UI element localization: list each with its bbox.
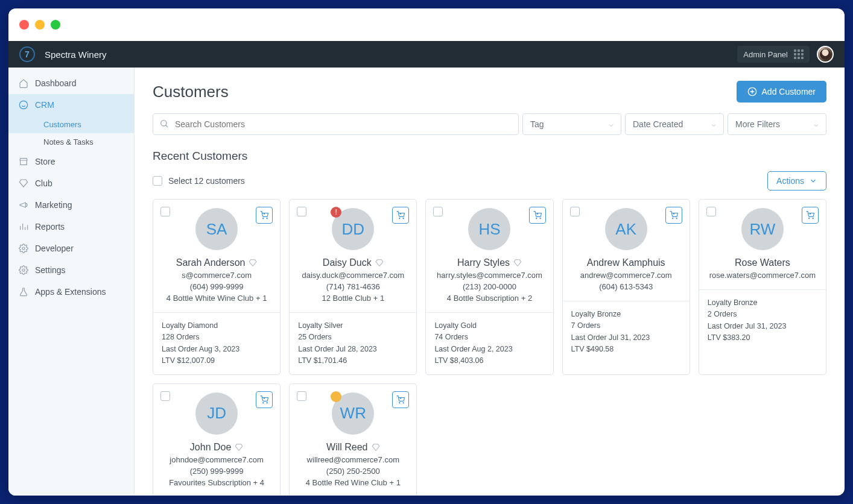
customer-card[interactable]: WR Will Reed willreed@commerce7.com(250)… bbox=[289, 383, 417, 496]
customer-card[interactable]: JD John Doe johndoe@commerce7.com(250) 9… bbox=[153, 383, 281, 496]
customer-avatar: AK bbox=[605, 208, 647, 250]
actions-button[interactable]: Actions bbox=[767, 171, 826, 191]
smile-icon bbox=[18, 99, 29, 110]
select-all-checkbox[interactable] bbox=[153, 176, 162, 186]
customer-card[interactable]: !DD Daisy Duck daisy.duck@commerce7.com(… bbox=[289, 199, 417, 375]
customer-checkbox[interactable] bbox=[706, 207, 716, 216]
add-customer-button[interactable]: Add Customer bbox=[737, 81, 826, 102]
main-content: Customers Add Customer Tag bbox=[135, 68, 845, 496]
sidebar-item-apps-extensions[interactable]: Apps & Extensions bbox=[8, 281, 134, 303]
select-all[interactable]: Select 12 customers bbox=[153, 176, 245, 186]
customer-checkbox[interactable] bbox=[297, 207, 306, 216]
svg-point-6 bbox=[267, 218, 267, 219]
svg-point-8 bbox=[403, 218, 404, 219]
svg-point-4 bbox=[161, 121, 166, 126]
home-icon bbox=[18, 78, 29, 89]
chevron-down-icon bbox=[607, 122, 615, 129]
customer-avatar: JD bbox=[195, 392, 238, 435]
svg-point-11 bbox=[672, 218, 673, 219]
megaphone-icon bbox=[18, 200, 29, 210]
svg-point-17 bbox=[399, 402, 400, 403]
customer-checkbox[interactable] bbox=[160, 207, 170, 216]
customer-stat-line: Loyalty Silver bbox=[298, 320, 408, 332]
sidebar-sub-label: Notes & Tasks bbox=[43, 137, 94, 146]
add-to-cart-button[interactable] bbox=[665, 207, 682, 224]
chevron-down-icon bbox=[809, 177, 817, 185]
customer-checkbox[interactable] bbox=[160, 391, 170, 401]
svg-point-2 bbox=[22, 269, 25, 271]
customer-card[interactable]: RW Rose Waters rose.waters@commerce7.com… bbox=[699, 199, 826, 375]
filter-tag[interactable]: Tag bbox=[522, 113, 621, 135]
user-avatar[interactable] bbox=[817, 46, 834, 63]
add-to-cart-button[interactable] bbox=[256, 207, 273, 224]
customer-info-line: (604) 999-9999 bbox=[160, 282, 273, 291]
customer-checkbox[interactable] bbox=[297, 391, 306, 401]
customer-stat-line: Loyalty Bronze bbox=[571, 309, 681, 320]
bars-icon bbox=[18, 221, 29, 232]
add-to-cart-button[interactable] bbox=[392, 391, 409, 408]
customer-checkbox[interactable] bbox=[570, 207, 580, 216]
customer-info-line: willreed@commerce7.com bbox=[297, 455, 409, 464]
gear-icon bbox=[18, 265, 29, 276]
recent-customers-title: Recent Customers bbox=[153, 150, 826, 163]
customer-info-line: johndoe@commerce7.com bbox=[160, 455, 273, 464]
customer-stat-line: Loyalty Bronze bbox=[708, 297, 817, 309]
sidebar-item-label: Club bbox=[35, 178, 52, 188]
add-to-cart-button[interactable] bbox=[529, 207, 546, 224]
sidebar-item-reports[interactable]: Reports bbox=[8, 216, 134, 238]
brand-logo[interactable]: 7 bbox=[19, 46, 35, 62]
page-title: Customers bbox=[153, 83, 229, 101]
filter-more[interactable]: More Filters bbox=[728, 113, 826, 135]
svg-point-9 bbox=[536, 218, 536, 219]
diamond-icon bbox=[375, 259, 384, 267]
sidebar-item-club[interactable]: Club bbox=[8, 172, 134, 194]
sidebar-item-crm[interactable]: CRM bbox=[8, 94, 134, 116]
customer-info-line: (714) 781-4636 bbox=[297, 282, 409, 291]
maximize-dot[interactable] bbox=[51, 20, 60, 30]
close-dot[interactable] bbox=[19, 20, 29, 30]
customer-initials: DD bbox=[342, 220, 365, 239]
customer-card[interactable]: HS Harry Styles harry.styles@commerce7.c… bbox=[425, 199, 553, 375]
sidebar-item-settings[interactable]: Settings bbox=[8, 259, 134, 281]
sidebar-item-marketing[interactable]: Marketing bbox=[8, 194, 134, 216]
customer-stats: Loyalty Diamond128 OrdersLast Order Aug … bbox=[153, 312, 280, 374]
customer-checkbox[interactable] bbox=[433, 207, 443, 216]
filter-date[interactable]: Date Created bbox=[625, 113, 724, 135]
chevron-down-icon bbox=[710, 122, 717, 129]
sidebar-item-dashboard[interactable]: Dashboard bbox=[8, 72, 134, 94]
gear-icon bbox=[18, 243, 29, 254]
search-input[interactable] bbox=[153, 113, 519, 135]
customer-info-line: harry.styles@commerce7.com bbox=[433, 271, 545, 280]
sidebar-item-developer[interactable]: Developer bbox=[8, 238, 134, 259]
sidebar-item-store[interactable]: Store bbox=[8, 151, 134, 172]
add-to-cart-button[interactable] bbox=[392, 207, 409, 224]
add-to-cart-button[interactable] bbox=[256, 391, 273, 408]
customer-info-line: Favourites Subscription + 4 bbox=[160, 478, 273, 487]
customer-card[interactable]: AK Andrew Kamphuis andrew@commerce7.com(… bbox=[562, 199, 690, 375]
sidebar-sub-customers[interactable]: Customers bbox=[8, 116, 134, 133]
customer-stats: Loyalty Silver25 OrdersLast Order Jul 28… bbox=[290, 312, 416, 374]
admin-panel-button[interactable]: Admin Panel bbox=[737, 46, 810, 63]
customer-name: Andrew Kamphuis bbox=[570, 257, 682, 268]
customer-info-line: rose.waters@commerce7.com bbox=[706, 271, 819, 280]
svg-point-10 bbox=[540, 218, 541, 219]
alert-badge-icon: ! bbox=[331, 207, 341, 218]
sidebar-sub-notes-tasks[interactable]: Notes & Tasks bbox=[8, 133, 134, 151]
pizza-badge-icon bbox=[331, 391, 341, 402]
customer-name: Rose Waters bbox=[706, 257, 819, 268]
customer-stat-line: LTV $383.20 bbox=[708, 332, 817, 344]
customer-info-line: daisy.duck@commerce7.com bbox=[297, 271, 409, 280]
customer-avatar: !DD bbox=[332, 208, 374, 250]
customer-stat-line: Loyalty Diamond bbox=[162, 320, 271, 332]
diamond-icon bbox=[18, 178, 29, 189]
customer-avatar: SA bbox=[195, 208, 238, 250]
customer-card[interactable]: SA Sarah Anderson s@commerce7.com(604) 9… bbox=[153, 199, 281, 375]
customer-info-line: (250) 250-2500 bbox=[297, 467, 409, 476]
customer-info-line: (213) 200-0000 bbox=[433, 282, 545, 291]
store-icon bbox=[18, 156, 29, 167]
add-to-cart-button[interactable] bbox=[802, 207, 819, 224]
minimize-dot[interactable] bbox=[35, 20, 45, 30]
plus-circle-icon bbox=[747, 87, 757, 96]
svg-point-7 bbox=[399, 218, 400, 219]
diamond-icon bbox=[372, 443, 380, 452]
